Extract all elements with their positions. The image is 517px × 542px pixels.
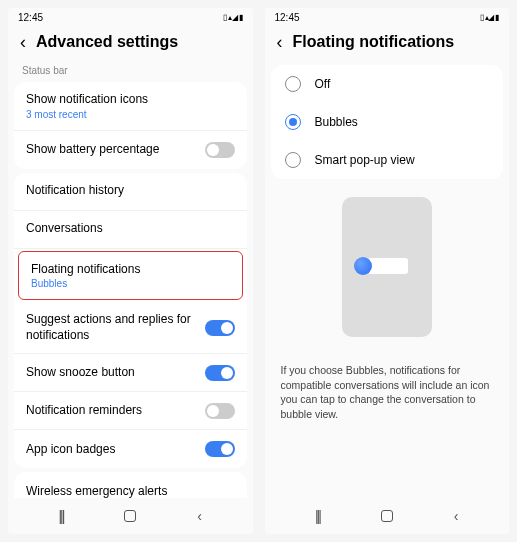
toggle-snooze[interactable] <box>205 365 235 381</box>
nav-home-icon[interactable] <box>124 510 136 522</box>
phone-left: 12:45 ▯ ▴◢ ▮ ‹ Advanced settings Status … <box>8 8 253 534</box>
radio-label: Bubbles <box>315 115 358 129</box>
bubble-icon <box>354 257 372 275</box>
status-bar: 12:45 ▯ ▴◢ ▮ <box>265 8 510 25</box>
item-title: Conversations <box>26 221 235 237</box>
radio-label: Off <box>315 77 331 91</box>
item-show-notification-icons[interactable]: Show notification icons 3 most recent <box>14 82 247 131</box>
item-suggest-actions[interactable]: Suggest actions and replies for notifica… <box>14 302 247 354</box>
item-title: App icon badges <box>26 442 205 458</box>
status-network-icons: ▯ ▴◢ ▮ <box>480 13 499 22</box>
page-title: Floating notifications <box>293 33 455 51</box>
radio-label: Smart pop-up view <box>315 153 415 167</box>
item-title: Notification history <box>26 183 235 199</box>
status-bar: 12:45 ▯ ▴◢ ▮ <box>8 8 253 25</box>
item-app-icon-badges[interactable]: App icon badges <box>14 430 247 468</box>
radio-icon-selected <box>285 114 301 130</box>
nav-home-icon[interactable] <box>381 510 393 522</box>
item-title: Wireless emergency alerts <box>26 484 235 498</box>
radio-icon <box>285 76 301 92</box>
item-title: Show notification icons <box>26 92 235 108</box>
item-wireless-emergency[interactable]: Wireless emergency alerts <box>14 472 247 498</box>
status-time: 12:45 <box>18 12 43 23</box>
item-conversations[interactable]: Conversations <box>14 211 247 249</box>
radio-group: Off Bubbles Smart pop-up view <box>271 65 504 179</box>
toggle-battery[interactable] <box>205 142 235 158</box>
nav-bar: ||| ‹ <box>8 498 253 534</box>
item-title: Show snooze button <box>26 365 205 381</box>
item-title: Suggest actions and replies for notifica… <box>26 312 205 343</box>
group-notifications: Notification history Conversations Float… <box>14 173 247 469</box>
item-title: Notification reminders <box>26 403 205 419</box>
item-floating-notifications[interactable]: Floating notifications Bubbles <box>18 251 243 301</box>
illustration-bubble <box>354 257 408 275</box>
item-title: Show battery percentage <box>26 142 205 158</box>
radio-bubbles[interactable]: Bubbles <box>271 103 504 141</box>
item-notification-reminders[interactable]: Notification reminders <box>14 392 247 430</box>
header: ‹ Floating notifications <box>265 25 510 61</box>
nav-recent-icon[interactable]: ||| <box>58 508 63 524</box>
description-text: If you choose Bubbles, notifications for… <box>265 355 510 436</box>
nav-bar: ||| ‹ <box>265 498 510 534</box>
item-sub: 3 most recent <box>26 109 235 120</box>
item-title: Floating notifications <box>31 262 230 278</box>
nav-back-icon[interactable]: ‹ <box>454 508 459 524</box>
bubble-bar <box>368 258 408 274</box>
page-title: Advanced settings <box>36 33 178 51</box>
radio-icon <box>285 152 301 168</box>
nav-recent-icon[interactable]: ||| <box>315 508 320 524</box>
toggle-suggest[interactable] <box>205 320 235 336</box>
back-icon[interactable]: ‹ <box>277 33 283 51</box>
toggle-reminders[interactable] <box>205 403 235 419</box>
radio-off[interactable]: Off <box>271 65 504 103</box>
toggle-badges[interactable] <box>205 441 235 457</box>
header: ‹ Advanced settings <box>8 25 253 61</box>
back-icon[interactable]: ‹ <box>20 33 26 51</box>
illustration-phone <box>342 197 432 337</box>
item-sub: Bubbles <box>31 278 230 289</box>
section-label-statusbar: Status bar <box>8 61 253 78</box>
group-statusbar: Show notification icons 3 most recent Sh… <box>14 82 247 169</box>
nav-back-icon[interactable]: ‹ <box>197 508 202 524</box>
phone-right: 12:45 ▯ ▴◢ ▮ ‹ Floating notifications Of… <box>265 8 510 534</box>
group-emergency: Wireless emergency alerts <box>14 472 247 498</box>
status-time: 12:45 <box>275 12 300 23</box>
item-notification-history[interactable]: Notification history <box>14 173 247 211</box>
item-show-battery-percentage[interactable]: Show battery percentage <box>14 131 247 169</box>
item-show-snooze[interactable]: Show snooze button <box>14 354 247 392</box>
status-network-icons: ▯ ▴◢ ▮ <box>223 13 242 22</box>
radio-smart-popup[interactable]: Smart pop-up view <box>271 141 504 179</box>
